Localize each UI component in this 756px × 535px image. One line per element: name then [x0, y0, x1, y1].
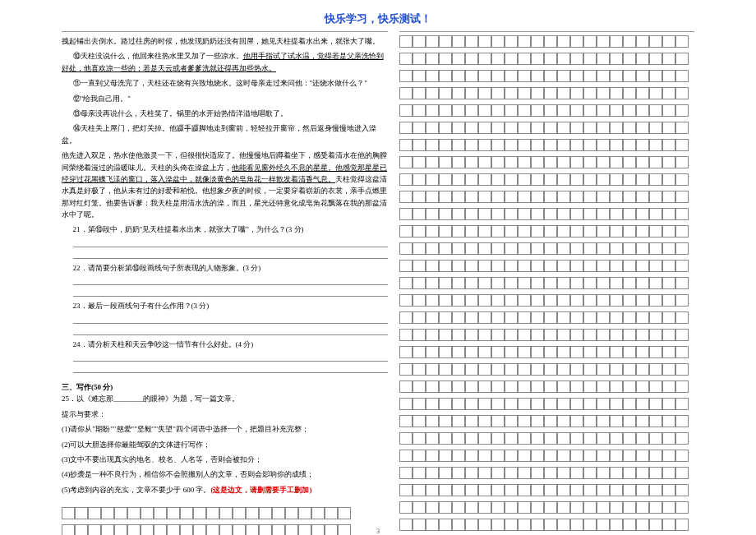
grid-cell[interactable]: [505, 329, 518, 341]
grid-cell[interactable]: [649, 467, 662, 479]
grid-cell[interactable]: [610, 432, 623, 445]
grid-cell[interactable]: [518, 380, 531, 393]
grid-cell[interactable]: [285, 507, 298, 519]
grid-cell[interactable]: [505, 398, 518, 410]
grid-cell[interactable]: [597, 450, 610, 462]
grid-cell[interactable]: [544, 467, 557, 479]
grid-cell[interactable]: [544, 208, 557, 220]
grid-cell[interactable]: [413, 294, 426, 307]
grid-cell[interactable]: [426, 467, 439, 479]
grid-cell[interactable]: [570, 260, 583, 272]
grid-cell[interactable]: [491, 415, 505, 427]
grid-cell[interactable]: [649, 208, 662, 220]
grid-cell[interactable]: [649, 139, 662, 151]
grid-cell[interactable]: [583, 173, 597, 186]
grid-cell[interactable]: [478, 277, 491, 289]
grid-cell[interactable]: [570, 415, 583, 427]
grid-cell[interactable]: [491, 35, 505, 48]
grid-cell[interactable]: [505, 104, 518, 117]
grid-cell[interactable]: [557, 87, 570, 99]
grid-cell[interactable]: [426, 191, 439, 203]
grid-cell[interactable]: [478, 501, 491, 514]
grid-cell[interactable]: [557, 484, 570, 496]
grid-cell[interactable]: [662, 53, 675, 65]
grid-cell[interactable]: [583, 104, 597, 117]
grid-cell[interactable]: [675, 432, 689, 445]
grid-cell[interactable]: [557, 260, 570, 272]
grid-cell[interactable]: [452, 398, 465, 410]
grid-cell[interactable]: [544, 398, 557, 410]
grid-cell[interactable]: [465, 501, 478, 514]
grid-cell[interactable]: [426, 225, 439, 238]
grid-cell[interactable]: [426, 484, 439, 496]
grid-cell[interactable]: [518, 311, 531, 324]
grid-cell[interactable]: [544, 346, 557, 358]
grid-cell[interactable]: [636, 380, 649, 393]
grid-cell[interactable]: [75, 507, 88, 519]
grid-cell[interactable]: [675, 225, 689, 238]
grid-cell[interactable]: [399, 398, 413, 410]
right-essay-grid[interactable]: [399, 35, 694, 535]
grid-cell[interactable]: [399, 242, 413, 255]
grid-cell[interactable]: [491, 346, 505, 358]
grid-cell[interactable]: [465, 156, 478, 168]
grid-cell[interactable]: [557, 104, 570, 117]
grid-cell[interactable]: [413, 329, 426, 341]
grid-cell[interactable]: [623, 346, 636, 358]
grid-cell[interactable]: [623, 415, 636, 427]
grid-cell[interactable]: [478, 225, 491, 238]
grid-cell[interactable]: [610, 242, 623, 255]
grid-cell[interactable]: [439, 139, 452, 151]
grid-cell[interactable]: [505, 501, 518, 514]
grid-cell[interactable]: [662, 277, 675, 289]
grid-cell[interactable]: [531, 139, 544, 151]
grid-cell[interactable]: [623, 70, 636, 82]
grid-cell[interactable]: [597, 70, 610, 82]
grid-cell[interactable]: [505, 70, 518, 82]
grid-cell[interactable]: [557, 415, 570, 427]
grid-cell[interactable]: [597, 277, 610, 289]
grid-cell[interactable]: [597, 380, 610, 393]
grid-cell[interactable]: [649, 329, 662, 341]
grid-cell[interactable]: [636, 277, 649, 289]
grid-cell[interactable]: [636, 70, 649, 82]
grid-cell[interactable]: [206, 507, 219, 519]
grid-cell[interactable]: [413, 450, 426, 462]
grid-cell[interactable]: [505, 122, 518, 134]
grid-cell[interactable]: [478, 208, 491, 220]
grid-cell[interactable]: [544, 191, 557, 203]
grid-cell[interactable]: [478, 156, 491, 168]
grid-cell[interactable]: [505, 225, 518, 238]
grid-cell[interactable]: [623, 87, 636, 99]
grid-cell[interactable]: [544, 484, 557, 496]
grid-cell[interactable]: [505, 294, 518, 307]
grid-cell[interactable]: [610, 104, 623, 117]
grid-cell[interactable]: [583, 294, 597, 307]
grid-cell[interactable]: [675, 501, 689, 514]
grid-cell[interactable]: [531, 242, 544, 255]
grid-cell[interactable]: [399, 156, 413, 168]
grid-cell[interactable]: [662, 501, 675, 514]
grid-cell[interactable]: [597, 398, 610, 410]
grid-cell[interactable]: [636, 363, 649, 376]
answer-blank[interactable]: [73, 248, 388, 259]
grid-cell[interactable]: [597, 87, 610, 99]
grid-cell[interactable]: [570, 363, 583, 376]
grid-cell[interactable]: [465, 225, 478, 238]
grid-cell[interactable]: [452, 346, 465, 358]
grid-cell[interactable]: [557, 450, 570, 462]
grid-cell[interactable]: [662, 346, 675, 358]
grid-cell[interactable]: [583, 329, 597, 341]
grid-cell[interactable]: [583, 346, 597, 358]
grid-cell[interactable]: [413, 104, 426, 117]
answer-blank[interactable]: [73, 351, 388, 362]
grid-cell[interactable]: [518, 87, 531, 99]
grid-cell[interactable]: [649, 346, 662, 358]
grid-cell[interactable]: [570, 35, 583, 48]
grid-cell[interactable]: [570, 432, 583, 445]
grid-cell[interactable]: [491, 294, 505, 307]
grid-cell[interactable]: [465, 467, 478, 479]
grid-cell[interactable]: [544, 122, 557, 134]
grid-cell[interactable]: [597, 139, 610, 151]
grid-cell[interactable]: [518, 156, 531, 168]
